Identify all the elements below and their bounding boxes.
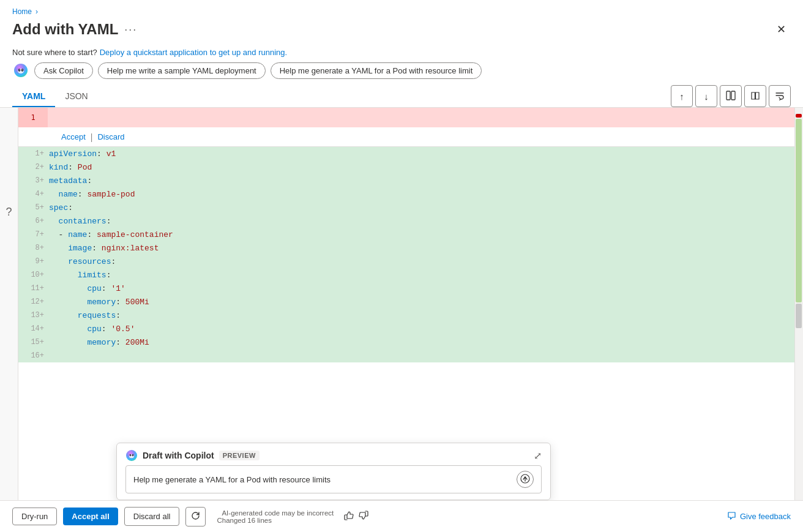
book-icon <box>750 91 760 102</box>
code-line: 5+ spec: <box>18 201 794 214</box>
ask-copilot-button[interactable]: Ask Copilot <box>34 62 93 79</box>
deploy-link[interactable]: Deploy a quickstart application to get u… <box>100 48 287 57</box>
preview-badge: PREVIEW <box>219 451 260 460</box>
accept-link[interactable]: Accept <box>61 132 86 141</box>
page-title: Add with YAML <box>12 21 118 38</box>
svg-point-4 <box>19 70 20 70</box>
editor-left-sidebar: ? <box>0 108 18 500</box>
hint-icon: ? <box>6 206 12 219</box>
not-sure-text: Not sure where to start? <box>12 48 97 57</box>
discard-all-button[interactable]: Discard all <box>124 507 180 526</box>
refresh-icon <box>191 511 200 522</box>
code-line: 2+ kind: Pod <box>18 160 794 174</box>
dry-run-button[interactable]: Dry-run <box>12 508 57 525</box>
code-line: 13+ requests: <box>18 309 794 322</box>
collapse-icon: ⤢ <box>534 450 542 462</box>
ai-notice-text: AI-generated code may be incorrect <box>222 509 334 517</box>
wrap-icon <box>775 91 785 102</box>
close-button[interactable]: ✕ <box>771 20 791 39</box>
draft-send-button[interactable] <box>517 471 534 488</box>
scrollbar-added-green <box>796 119 802 302</box>
collapse-draft-button[interactable]: ⤢ <box>534 450 542 462</box>
svg-rect-6 <box>726 91 730 100</box>
send-icon <box>520 474 530 485</box>
arrow-up-icon: ↑ <box>679 91 684 102</box>
changed-lines-text: Changed 16 lines <box>217 517 334 524</box>
code-line: 9+ resources: <box>18 255 794 268</box>
svg-point-14 <box>132 455 133 455</box>
code-line: 3+ metadata: <box>18 174 794 187</box>
svg-point-5 <box>22 70 23 70</box>
code-line: 6+ containers: <box>18 214 794 228</box>
draft-copilot-icon <box>125 449 138 462</box>
code-line: 14+ cpu: '0.5' <box>18 322 794 335</box>
code-line: 4+ name: sample-pod <box>18 187 794 201</box>
bottom-bar: Dry-run Accept all Discard all AI-genera… <box>0 500 803 532</box>
split-view-icon <box>726 91 736 102</box>
tab-json[interactable]: JSON <box>55 86 97 107</box>
scroll-up-button[interactable]: ↑ <box>671 85 693 107</box>
code-line: 16+ <box>18 349 794 362</box>
copilot-icon[interactable] <box>12 62 29 79</box>
draft-title: Draft with Copilot <box>143 451 214 460</box>
accept-discard-divider: | <box>91 132 93 142</box>
scrollbar-thumb[interactable] <box>796 304 802 328</box>
accept-all-button[interactable]: Accept all <box>63 508 118 525</box>
split-view-button[interactable] <box>720 85 742 107</box>
svg-rect-7 <box>731 91 735 100</box>
deleted-line: 1 <box>18 108 794 127</box>
scrollbar-changed-red <box>796 114 802 118</box>
give-feedback-button[interactable]: Give feedback <box>727 511 791 522</box>
thumb-down-icon <box>358 512 369 523</box>
refresh-button[interactable] <box>185 507 206 526</box>
chip-pod-resource-button[interactable]: Help me generate a YAML for a Pod with r… <box>271 62 482 79</box>
give-feedback-label: Give feedback <box>740 512 791 521</box>
editor-scrollbar[interactable] <box>794 108 803 500</box>
wrap-button[interactable] <box>769 85 791 107</box>
code-line: 12+ memory: 500Mi <box>18 295 794 309</box>
chip-yaml-deployment-button[interactable]: Help me write a sample YAML deployment <box>98 62 266 79</box>
feedback-thumbs <box>343 510 369 523</box>
thumb-up-icon <box>343 512 354 523</box>
ai-notice-block: AI-generated code may be incorrect Chang… <box>217 509 334 524</box>
scroll-down-button[interactable]: ↓ <box>695 85 717 107</box>
code-line: 7+ - name: sample-container <box>18 228 794 241</box>
code-line: 11+ cpu: '1' <box>18 282 794 295</box>
svg-point-13 <box>130 455 130 455</box>
code-line: 1+ apiVersion: v1 <box>18 147 794 160</box>
discard-link[interactable]: Discard <box>97 132 124 141</box>
breadcrumb: Home › <box>12 7 791 16</box>
code-line: 8+ image: nginx:latest <box>18 241 794 255</box>
code-line: 15+ memory: 200Mi <box>18 335 794 349</box>
arrow-down-icon: ↓ <box>704 91 709 102</box>
breadcrumb-sep: › <box>35 7 38 16</box>
thumb-up-button[interactable] <box>343 510 354 523</box>
tab-yaml[interactable]: YAML <box>12 86 55 107</box>
draft-input[interactable]: Help me generate a YAML for a Pod with r… <box>133 475 512 484</box>
more-options-button[interactable]: ··· <box>124 23 137 36</box>
book-open-button[interactable] <box>744 85 766 107</box>
accept-discard-bar: Accept | Discard <box>18 127 794 147</box>
feedback-icon <box>727 511 736 522</box>
code-line: 10+ limits: <box>18 268 794 282</box>
breadcrumb-home[interactable]: Home <box>12 7 32 16</box>
thumb-down-button[interactable] <box>358 510 369 523</box>
draft-panel: Draft with Copilot PREVIEW ⤢ Help me gen… <box>116 443 551 500</box>
